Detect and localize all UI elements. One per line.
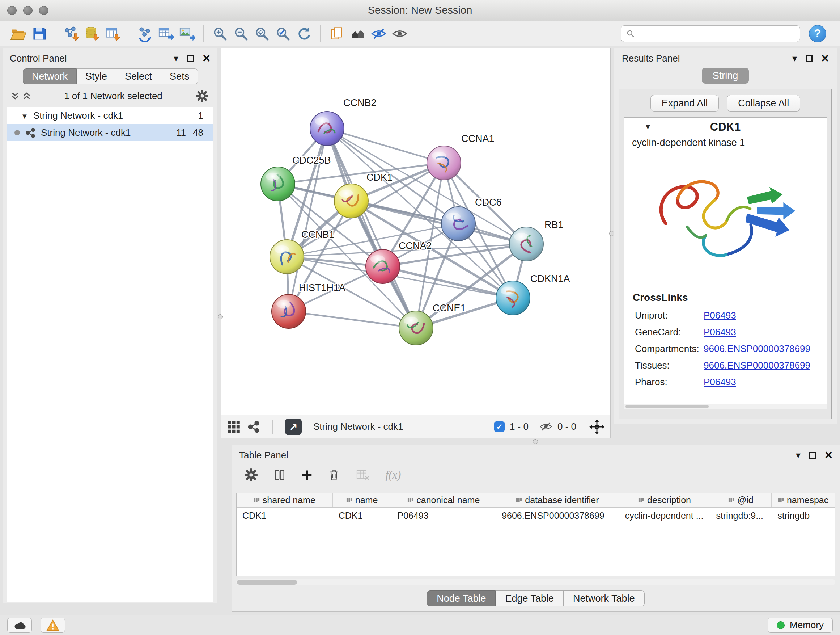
cell-id[interactable]: stringdb:9... — [710, 508, 772, 524]
network-node-RB1[interactable]: RB1 — [509, 219, 564, 261]
tab-sets[interactable]: Sets — [161, 68, 198, 84]
splitter-handle[interactable] — [533, 439, 538, 444]
scrollbar-thumb[interactable] — [237, 580, 297, 585]
help-button[interactable]: ? — [809, 25, 826, 42]
show-columns-button[interactable] — [273, 469, 286, 481]
panel-float-icon[interactable] — [806, 55, 813, 62]
pharos-link[interactable]: P06493 — [704, 377, 736, 388]
splitter-handle[interactable] — [218, 314, 223, 319]
tab-string[interactable]: String — [702, 68, 749, 84]
delete-column-button[interactable] — [327, 469, 340, 481]
horizontal-scrollbar[interactable] — [624, 404, 827, 409]
tab-style[interactable]: Style — [77, 68, 116, 84]
table-settings-button[interactable] — [244, 468, 258, 482]
network-node-CCNE1[interactable]: CCNE1 — [399, 302, 466, 345]
tab-edge-table[interactable]: Edge Table — [496, 591, 564, 606]
export-image-button[interactable] — [177, 23, 197, 44]
tissues-link[interactable]: 9606.ENSP00000378699 — [704, 360, 810, 371]
share-view-icon[interactable] — [247, 420, 260, 433]
column-header-namespace[interactable]: namespac — [772, 493, 835, 507]
import-network-database-button[interactable] — [82, 23, 103, 44]
network-collection-row[interactable]: String Network - cdk1 1 — [7, 107, 213, 124]
grid-view-icon[interactable] — [227, 420, 240, 434]
tab-network[interactable]: Network — [23, 68, 77, 84]
network-node-CDKN1A[interactable]: CDKN1A — [496, 273, 570, 315]
panel-menu-icon[interactable] — [792, 53, 797, 64]
documents-icon — [329, 26, 345, 42]
genecard-link[interactable]: P06493 — [704, 326, 736, 338]
zoom-fit-button[interactable] — [251, 23, 272, 44]
maximize-window-button[interactable] — [39, 6, 49, 15]
network-canvas[interactable]: CCNB2CCNA1CDC25BCDK1CDC6RB1CCNB1CCNA2CDK… — [221, 48, 610, 415]
cloud-status-button[interactable] — [7, 618, 32, 633]
add-column-button[interactable] — [302, 468, 312, 483]
column-header-id[interactable]: @id — [710, 493, 772, 507]
clone-network-button[interactable] — [134, 23, 156, 44]
show-all-button[interactable] — [389, 23, 410, 44]
column-header-name[interactable]: name — [333, 493, 392, 507]
tab-select[interactable]: Select — [116, 68, 161, 84]
save-session-button[interactable] — [29, 23, 50, 44]
open-session-button[interactable] — [8, 23, 29, 44]
compartments-link[interactable]: 9606.ENSP00000378699 — [704, 343, 810, 355]
function-builder-button[interactable]: f(x) — [385, 469, 401, 481]
hide-selected-button[interactable] — [368, 23, 389, 44]
minimize-window-button[interactable] — [23, 6, 33, 15]
table-horizontal-scrollbar[interactable] — [236, 579, 835, 585]
column-header-description[interactable]: description — [619, 493, 711, 507]
move-crosshair-icon[interactable] — [589, 419, 605, 434]
panel-close-icon[interactable] — [202, 55, 210, 62]
network-node-CCNA1[interactable]: CCNA1 — [427, 133, 494, 180]
network-row-selected[interactable]: String Network - cdk1 11 48 — [7, 124, 213, 141]
memory-button[interactable]: Memory — [767, 618, 833, 633]
splitter-handle[interactable] — [609, 231, 614, 236]
cell-database-identifier[interactable]: 9606.ENSP00000378699 — [496, 508, 619, 524]
edge-CCNB2-CCNE1[interactable] — [327, 128, 416, 328]
network-node-HIST1H1A[interactable]: HIST1H1A — [272, 282, 346, 328]
expand-all-button[interactable]: Expand All — [651, 95, 719, 111]
cell-canonical-name[interactable]: P06493 — [392, 508, 496, 524]
cell-namespace[interactable]: stringdb — [772, 508, 835, 524]
collection-disclosure-icon[interactable] — [21, 110, 28, 121]
search-box[interactable] — [621, 25, 800, 42]
uniprot-link[interactable]: P06493 — [704, 310, 736, 321]
cell-name[interactable]: CDK1 — [333, 508, 392, 524]
houses-icon — [350, 26, 366, 42]
panel-menu-icon[interactable] — [174, 53, 178, 64]
panel-menu-icon[interactable] — [796, 450, 801, 461]
copy-network-button[interactable] — [326, 23, 347, 44]
gear-icon[interactable] — [196, 89, 209, 103]
cell-shared-name[interactable]: CDK1 — [237, 508, 333, 524]
cell-description[interactable]: cyclin-dependent ... — [619, 508, 711, 524]
panel-close-icon[interactable] — [825, 451, 832, 459]
search-input[interactable] — [638, 28, 795, 40]
panel-close-icon[interactable] — [821, 55, 829, 62]
zoom-in-button[interactable] — [210, 23, 231, 44]
gene-disclosure-icon[interactable] — [644, 123, 652, 131]
warnings-button[interactable] — [41, 618, 65, 633]
table-row[interactable]: CDK1 CDK1 P06493 9606.ENSP00000378699 cy… — [237, 508, 835, 524]
import-network-file-button[interactable] — [61, 23, 82, 44]
import-table-button[interactable] — [103, 23, 124, 44]
edge-HIST1H1A-CCNE1[interactable] — [289, 311, 416, 328]
expand-all-icon[interactable] — [23, 92, 31, 100]
edge-CCNB2-CCNA1[interactable] — [327, 128, 444, 163]
column-header-canonical-name[interactable]: canonical name — [392, 493, 496, 507]
home-button[interactable] — [347, 23, 368, 44]
tab-node-table[interactable]: Node Table — [427, 591, 496, 606]
zoom-out-button[interactable] — [231, 23, 251, 44]
panel-float-icon[interactable] — [187, 55, 194, 62]
column-header-database-identifier[interactable]: database identifier — [496, 493, 619, 507]
zoom-selected-button[interactable] — [272, 23, 294, 44]
selected-checkbox-icon[interactable] — [494, 421, 505, 432]
apply-layout-button[interactable] — [294, 23, 314, 44]
collapse-all-icon[interactable] — [11, 92, 19, 100]
network-node-CCNB1[interactable]: CCNB1 — [270, 229, 335, 274]
export-table-button[interactable] — [156, 23, 177, 44]
column-header-shared-name[interactable]: shared name — [237, 493, 333, 507]
tab-network-table[interactable]: Network Table — [564, 591, 645, 606]
collapse-all-button[interactable]: Collapse All — [727, 95, 800, 111]
panel-float-icon[interactable] — [809, 452, 816, 459]
close-window-button[interactable] — [7, 6, 17, 15]
detach-view-button[interactable] — [285, 418, 302, 435]
